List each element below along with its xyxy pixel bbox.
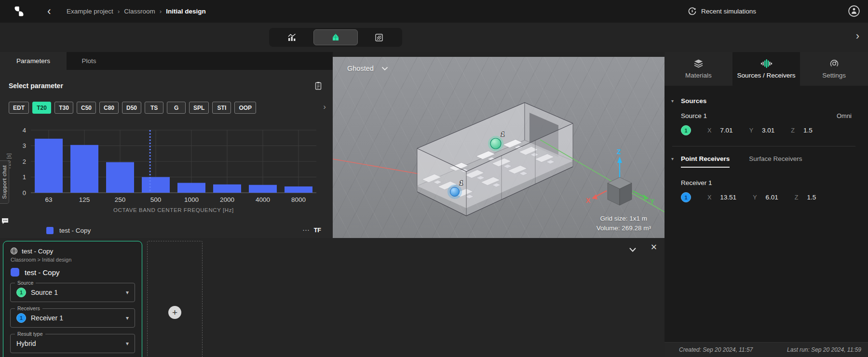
- svg-text:1: 1: [501, 131, 504, 138]
- empty-comparison-slot: [147, 241, 203, 357]
- chevron-down-icon: ▾: [126, 340, 129, 347]
- receivers-select[interactable]: Receivers 1 Receiver 1 ▾: [10, 308, 135, 328]
- materials-layers-icon: [693, 59, 704, 68]
- simulation-icon: [10, 247, 18, 255]
- receiver-type-tabs: ▾ Point Receivers Surface Receivers: [671, 155, 856, 168]
- param-chip-oop[interactable]: OOP: [234, 102, 256, 114]
- chips-scroll-right-icon[interactable]: ›: [323, 102, 326, 112]
- param-chip-c80[interactable]: C80: [99, 102, 119, 114]
- legend-swatch: [46, 227, 54, 234]
- param-chip-c50[interactable]: C50: [77, 102, 96, 114]
- breadcrumb-space[interactable]: Classroom: [124, 8, 155, 15]
- svg-text:3: 3: [23, 142, 26, 149]
- sources-receivers-panel: Materials Sources / Receivers: [665, 52, 868, 357]
- sources-collapse-icon[interactable]: ▾: [671, 98, 676, 104]
- copy-results-icon[interactable]: [313, 81, 323, 91]
- tab-surface-receivers[interactable]: Surface Receivers: [749, 155, 802, 167]
- axis-gizmo: Z X Y: [586, 148, 655, 205]
- svg-text:1: 1: [23, 173, 26, 181]
- svg-text:125: 125: [79, 196, 90, 203]
- breadcrumb-current: Initial design: [166, 8, 206, 15]
- chart-legend: test - Copy ⋯ TF: [0, 225, 333, 236]
- collapse-tray-icon[interactable]: [627, 244, 638, 255]
- close-tray-icon[interactable]: ×: [647, 241, 661, 255]
- results-panel: Parameters Plots Select parameter EDTT20…: [0, 52, 333, 238]
- results-panel-tabs: Parameters Plots: [0, 52, 333, 70]
- param-chip-ts[interactable]: TS: [145, 102, 163, 114]
- tab-point-receivers[interactable]: Point Receivers: [681, 155, 730, 168]
- result-type-select[interactable]: Result type Hybrid ▾: [10, 334, 135, 353]
- viewport-3d[interactable]: 1 1 Z X Y: [333, 57, 665, 238]
- recent-simulations-button[interactable]: Recent simulations: [688, 0, 756, 23]
- created-timestamp: Created: Sep 20 2024, 11:57: [679, 346, 753, 353]
- tab-sources-receivers[interactable]: Sources / Receivers: [732, 52, 800, 86]
- svg-text:500: 500: [150, 196, 162, 203]
- source-select[interactable]: Source 1 Source 1 ▾: [10, 283, 135, 302]
- receivers-collapse-icon[interactable]: ▾: [671, 155, 676, 161]
- back-button[interactable]: ‹: [47, 3, 51, 19]
- svg-text:1000: 1000: [184, 196, 199, 203]
- volume-label: Volume: 269.28 m³: [597, 224, 651, 233]
- room-model: [417, 103, 573, 216]
- svg-text:1: 1: [460, 180, 463, 186]
- scene-3d[interactable]: 1 1 Z X Y: [333, 57, 665, 238]
- svg-text:2000: 2000: [220, 196, 234, 203]
- support-chat-tab[interactable]: Support chat: [0, 160, 9, 204]
- transition-frequency-toggle[interactable]: TF: [314, 227, 321, 234]
- param-chip-spl[interactable]: SPL: [189, 102, 209, 114]
- series-color-swatch: [11, 268, 19, 277]
- source-type: Omni: [837, 112, 852, 119]
- chevron-down-icon: ▾: [126, 289, 129, 296]
- profile-icon[interactable]: [848, 5, 860, 17]
- settings-knob-icon: [829, 59, 839, 68]
- svg-text:0: 0: [23, 189, 26, 197]
- svg-text:2: 2: [23, 158, 26, 165]
- svg-text:4: 4: [23, 127, 26, 134]
- render-icon: [375, 33, 383, 42]
- tab-materials[interactable]: Materials: [665, 52, 732, 86]
- expand-right-icon[interactable]: ›: [856, 29, 859, 43]
- legend-series-label: test - Copy: [59, 227, 91, 234]
- right-panel-tabs: Materials Sources / Receivers: [665, 52, 868, 86]
- receiver-coordinates: 1 X 13.51 Y 6.01 Z 1.5: [681, 192, 856, 202]
- tab-parameters[interactable]: Parameters: [0, 52, 67, 70]
- right-panel-body: ▾ Sources Source 1 Omni 1 X 7.01 Y 3.01 …: [665, 86, 868, 342]
- add-comparison-button[interactable]: +: [168, 306, 181, 319]
- rendered-view-button[interactable]: [358, 29, 401, 45]
- results-view-button[interactable]: [271, 29, 313, 45]
- tab-plots[interactable]: Plots: [67, 52, 111, 70]
- source-badge: 1: [16, 288, 26, 297]
- divider: [672, 146, 855, 146]
- breadcrumb-project[interactable]: Example project: [67, 8, 113, 15]
- source-name: Source 1: [681, 112, 707, 119]
- param-chip-edt[interactable]: EDT: [9, 102, 29, 114]
- viewport-info: Grid size: 1x1 m Volume: 269.28 m³: [597, 214, 651, 233]
- param-chip-sti[interactable]: STI: [212, 102, 231, 114]
- parameter-chip-row: EDTT20T30C50C80D50TSGSPLSTIOOP: [9, 102, 256, 114]
- param-chip-t20[interactable]: T20: [32, 102, 51, 114]
- receiver-row[interactable]: Receiver 1: [681, 179, 852, 186]
- source-row[interactable]: Source 1 Omni: [681, 112, 852, 119]
- view-mode-dropdown[interactable]: Ghosted: [347, 65, 388, 72]
- treble-logo-icon[interactable]: [13, 5, 26, 18]
- y-axis-line: [540, 140, 665, 212]
- model-3d-view-button[interactable]: [313, 29, 357, 45]
- waveform-icon: [760, 59, 772, 68]
- svg-text:OCTAVE BAND CENTER FREQUENCY [: OCTAVE BAND CENTER FREQUENCY [Hz]: [113, 207, 234, 213]
- simulation-tray: test - Copy Classroom > Initial design t…: [0, 238, 665, 357]
- source-badge: 1: [681, 125, 691, 135]
- app-window: ‹ Example project › Classroom › Initial …: [0, 0, 868, 357]
- param-chip-d50[interactable]: D50: [122, 102, 141, 114]
- tab-settings[interactable]: Settings: [800, 52, 868, 86]
- param-chip-t30[interactable]: T30: [54, 102, 73, 114]
- param-chip-g[interactable]: G: [167, 102, 186, 114]
- y-axis-label: Y: [650, 198, 655, 205]
- svg-text:63: 63: [45, 196, 52, 203]
- select-parameter-label: Select parameter: [9, 82, 63, 90]
- series-name: test - Copy: [25, 268, 60, 277]
- breadcrumb: Example project › Classroom › Initial de…: [67, 0, 206, 23]
- simulation-breadcrumb: Classroom > Initial design: [11, 257, 135, 263]
- chart-more-options-icon[interactable]: ⋯: [302, 226, 310, 235]
- simulation-timestamps: Created: Sep 20 2024, 11:57 Last run: Se…: [665, 342, 868, 357]
- chat-bubble-icon[interactable]: [1, 217, 9, 225]
